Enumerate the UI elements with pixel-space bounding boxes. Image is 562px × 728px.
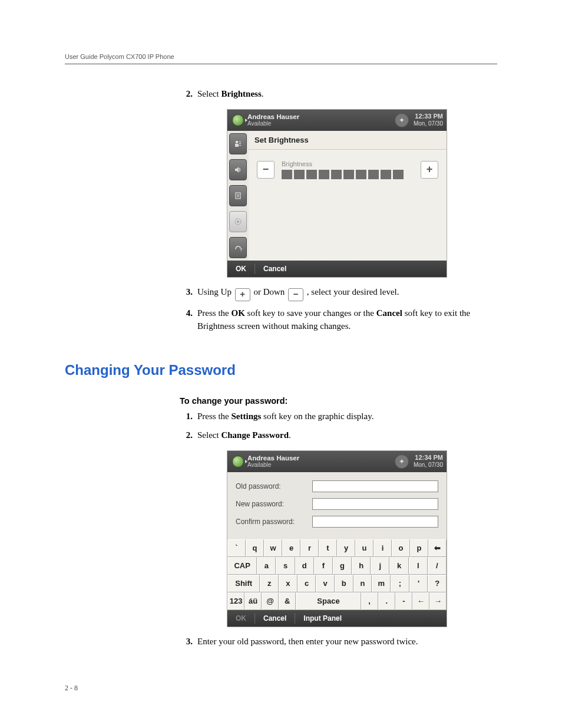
user-name: Andreas Hauser <box>247 454 392 462</box>
text-bold: Change Password <box>221 430 289 440</box>
sidebar-contacts-icon[interactable] <box>229 133 247 154</box>
key-accents[interactable]: áü <box>244 592 262 610</box>
key-right-arrow[interactable]: → <box>429 592 447 610</box>
key[interactable]: z <box>260 575 279 592</box>
softkey-ok[interactable]: OK <box>227 265 254 273</box>
step-text: Press the OK soft key to save your chang… <box>197 307 497 333</box>
key[interactable]: ` <box>227 539 246 557</box>
key[interactable]: & <box>279 592 296 610</box>
sidebar-document-icon[interactable] <box>229 185 247 206</box>
key[interactable]: q <box>246 539 264 557</box>
key[interactable]: s <box>276 557 295 575</box>
inline-minus-icon: − <box>288 288 303 301</box>
confirm-password-label: Confirm password: <box>236 518 312 526</box>
step-text: Select Brightness. <box>197 88 497 101</box>
key[interactable]: m <box>372 575 391 592</box>
key[interactable]: ; <box>391 575 409 592</box>
key[interactable]: j <box>371 557 389 575</box>
brightness-down-button[interactable]: − <box>257 161 275 179</box>
user-status: Available <box>247 121 392 127</box>
key-backspace[interactable]: ⬅ <box>428 539 447 557</box>
confirm-password-field[interactable] <box>312 516 438 528</box>
key[interactable]: k <box>389 557 408 575</box>
text-bold: Cancel <box>376 308 402 318</box>
globe-icon[interactable]: ✦ <box>395 454 409 469</box>
softkey-cancel[interactable]: Cancel <box>255 614 295 622</box>
sidebar-volume-icon[interactable] <box>229 159 247 180</box>
step-text: Using Up + or Down − , select your desir… <box>197 286 497 301</box>
svg-point-11 <box>237 220 239 222</box>
svg-text:?: ? <box>240 248 242 252</box>
clock-time: 12:34 PM <box>414 454 443 462</box>
text-bold: OK <box>232 308 245 318</box>
key[interactable]: b <box>335 575 353 592</box>
step-number: 2. <box>180 429 193 442</box>
key[interactable]: f <box>314 557 333 575</box>
new-password-field[interactable] <box>312 498 438 510</box>
svg-rect-2 <box>239 141 241 142</box>
key[interactable]: r <box>300 539 319 557</box>
key[interactable]: / <box>428 557 447 575</box>
key[interactable]: g <box>333 557 352 575</box>
globe-icon[interactable]: ✦ <box>395 113 409 127</box>
key-shift[interactable]: Shift <box>227 575 260 592</box>
softkey-input-panel[interactable]: Input Panel <box>295 614 350 622</box>
key[interactable]: @ <box>262 592 279 610</box>
key[interactable]: ' <box>409 575 428 592</box>
key[interactable]: t <box>319 539 337 557</box>
presence-icon[interactable] <box>232 114 244 126</box>
softkey-ok[interactable]: OK <box>227 614 254 622</box>
key[interactable]: l <box>409 557 428 575</box>
key[interactable]: o <box>392 539 410 557</box>
key[interactable]: n <box>353 575 372 592</box>
presence-icon[interactable] <box>232 456 244 467</box>
svg-rect-3 <box>239 143 241 144</box>
onscreen-keyboard: ` q w e r t y u i o p ⬅ CAP <box>227 539 447 610</box>
key[interactable]: d <box>295 557 314 575</box>
screen-title: Set Brightness <box>249 131 447 150</box>
section-heading: Changing Your Password <box>65 362 497 378</box>
key[interactable]: - <box>395 592 412 610</box>
key-123[interactable]: 123 <box>227 592 244 610</box>
phone-figure-password: Andreas Hauser Available ✦ 12:34 PM Mon,… <box>227 450 447 627</box>
user-name: Andreas Hauser <box>247 113 392 120</box>
svg-marker-5 <box>235 167 239 173</box>
new-password-label: New password: <box>236 500 312 508</box>
softkey-cancel[interactable]: Cancel <box>255 265 295 273</box>
key[interactable]: y <box>337 539 355 557</box>
clock-date: Mon, 07/30 <box>414 462 443 469</box>
key[interactable]: i <box>373 539 392 557</box>
doc-header: User Guide Polycom CX700 IP Phone <box>65 53 497 64</box>
key[interactable]: , <box>361 592 378 610</box>
sidebar-settings-icon[interactable] <box>229 211 247 232</box>
text-bold: Brightness <box>221 89 261 98</box>
key[interactable]: ? <box>428 575 447 592</box>
key[interactable]: p <box>410 539 428 557</box>
sidebar-help-icon[interactable]: ? <box>229 237 247 258</box>
old-password-field[interactable] <box>312 480 438 492</box>
key[interactable]: c <box>297 575 316 592</box>
key[interactable]: e <box>282 539 300 557</box>
key[interactable]: w <box>264 539 282 557</box>
text: Select <box>197 430 221 440</box>
step-number: 4. <box>180 307 193 333</box>
clock-time: 12:33 PM <box>414 113 443 120</box>
text: Press the <box>197 411 232 421</box>
brightness-up-button[interactable]: + <box>421 161 438 179</box>
text: . <box>289 430 291 440</box>
key[interactable]: v <box>316 575 335 592</box>
key[interactable]: a <box>257 557 276 575</box>
key-cap[interactable]: CAP <box>227 557 257 575</box>
key[interactable]: h <box>352 557 371 575</box>
text: Select <box>197 89 221 98</box>
key[interactable]: . <box>378 592 395 610</box>
step-number: 1. <box>180 410 193 423</box>
key[interactable]: x <box>279 575 297 592</box>
key[interactable]: u <box>355 539 373 557</box>
text-bold: Settings <box>232 411 262 421</box>
key-left-arrow[interactable]: ← <box>412 592 429 610</box>
svg-rect-1 <box>235 144 239 147</box>
text: soft key on the graphic display. <box>261 411 373 421</box>
svg-point-0 <box>236 140 239 143</box>
key-space[interactable]: Space <box>296 592 361 610</box>
